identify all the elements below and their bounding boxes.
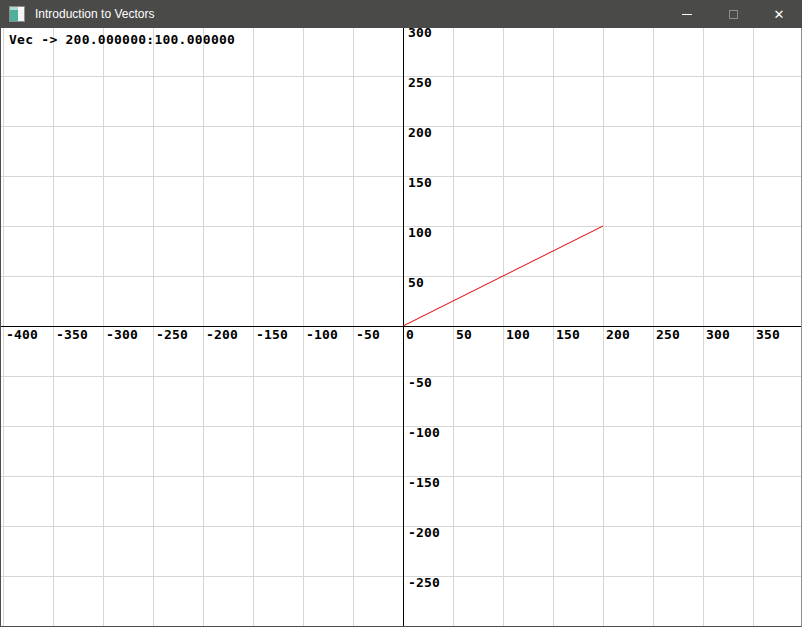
- x-tick-label: -250: [156, 327, 188, 342]
- y-tick-label: -250: [408, 575, 440, 590]
- x-tick-label: -150: [256, 327, 288, 342]
- x-tick-label: 100: [506, 327, 530, 342]
- y-tick-label: -150: [408, 475, 440, 490]
- y-tick-label: 200: [408, 125, 432, 140]
- y-tick-label: 50: [408, 275, 424, 290]
- minimize-button[interactable]: [664, 0, 710, 28]
- y-tick-label: 300: [408, 28, 432, 40]
- x-tick-label: 0: [406, 327, 414, 342]
- y-tick-label: 150: [408, 175, 432, 190]
- y-tick-label: 250: [408, 75, 432, 90]
- minimize-icon: [682, 14, 692, 15]
- y-tick-label: 100: [408, 225, 432, 240]
- x-tick-label: -400: [6, 327, 38, 342]
- close-button[interactable]: ✕: [756, 0, 802, 28]
- x-tick-label: 350: [756, 327, 780, 342]
- maximize-button: [710, 0, 756, 28]
- close-icon: ✕: [774, 8, 785, 21]
- maximize-icon: [729, 10, 738, 19]
- plot-svg: -400-350-300-250-200-150-100-50050100150…: [1, 28, 801, 626]
- vector-readout: Vec -> 200.000000:100.000000: [9, 32, 235, 47]
- y-tick-label: -100: [408, 425, 440, 440]
- x-tick-label: 150: [556, 327, 580, 342]
- x-tick-label: -200: [206, 327, 238, 342]
- x-tick-label: 250: [656, 327, 680, 342]
- x-tick-label: 200: [606, 327, 630, 342]
- x-tick-label: 300: [706, 327, 730, 342]
- window-title: Introduction to Vectors: [35, 0, 154, 28]
- x-tick-label: 50: [456, 327, 472, 342]
- x-tick-label: -50: [356, 327, 380, 342]
- app-window: Introduction to Vectors ✕ -400-350-300-2…: [0, 0, 802, 627]
- plot-canvas[interactable]: -400-350-300-250-200-150-100-50050100150…: [1, 28, 801, 626]
- window-controls: ✕: [664, 0, 802, 28]
- x-tick-label: -350: [56, 327, 88, 342]
- y-tick-label: -200: [408, 525, 440, 540]
- y-tick-label: -50: [408, 375, 432, 390]
- x-tick-label: -300: [106, 327, 138, 342]
- application-window-icon[interactable]: [9, 6, 25, 22]
- x-tick-label: -100: [306, 327, 338, 342]
- titlebar[interactable]: Introduction to Vectors ✕: [0, 0, 802, 28]
